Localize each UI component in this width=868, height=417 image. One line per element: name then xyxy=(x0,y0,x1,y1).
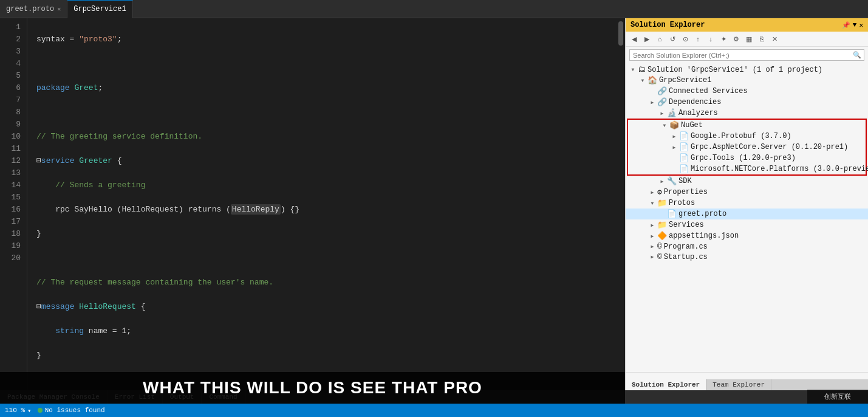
status-bar: 110 % ▾ No issues found xyxy=(0,404,868,417)
tree-item-greet-proto[interactable]: 📄 greet.proto xyxy=(626,208,868,219)
google-protobuf-arrow: ▶ xyxy=(669,134,679,139)
google-protobuf-label: Google.Protobuf (3.7.0) xyxy=(691,132,791,140)
tree-item-dependencies[interactable]: ▶ 🔗 Dependencies xyxy=(626,97,868,108)
protos-icon: 📁 xyxy=(657,198,667,208)
code-content[interactable]: syntax = "proto3"; package Greet; // The… xyxy=(27,18,617,390)
se-header-controls: 📌 ▼ ✕ xyxy=(842,21,863,29)
se-unpin-icon[interactable]: ▼ xyxy=(853,21,857,29)
tab-label: GrpcService1 xyxy=(73,5,126,13)
tree-item-analyzers[interactable]: ▶ 🔬 Analyzers xyxy=(626,108,868,119)
project-icon: 🏠 xyxy=(648,75,657,85)
grpc-aspnetcore-arrow: ▶ xyxy=(669,145,679,150)
tab-close-icon[interactable]: ✕ xyxy=(57,5,61,13)
protos-arrow: ▼ xyxy=(648,201,657,206)
editor-scrollbar[interactable] xyxy=(617,18,625,390)
tree-solution[interactable]: ▼ 🗂 Solution 'GrpcService1' (1 of 1 proj… xyxy=(626,64,868,75)
tree-item-startup-cs[interactable]: ▶ © Startup.cs xyxy=(626,252,868,262)
tree-project[interactable]: ▼ 🏠 GrpcService1 xyxy=(626,75,868,86)
connected-services-icon: 🔗 xyxy=(657,86,667,96)
se-pin-icon[interactable]: 📌 xyxy=(842,21,850,29)
search-icon: 🔍 xyxy=(850,50,864,60)
toolbar-btn-grid[interactable]: ▦ xyxy=(743,33,754,44)
status-zoom: 110 % ▾ xyxy=(5,407,32,415)
appsettings-arrow: ▶ xyxy=(648,233,657,239)
tree-item-protos[interactable]: ▼ 📁 Protos xyxy=(626,198,868,208)
dependencies-icon: 🔗 xyxy=(657,97,667,107)
search-input[interactable] xyxy=(630,50,850,60)
solution-explorer-panel: Solution Explorer 📌 ▼ ✕ ◀ ▶ ⌂ ↺ ⊙ ↑ ↓ ✦ … xyxy=(625,18,868,390)
dependencies-arrow: ▶ xyxy=(648,100,657,105)
tree-item-nuget[interactable]: ▼ 📦 NuGet xyxy=(628,120,866,131)
toolbar-btn-down[interactable]: ↓ xyxy=(705,33,716,44)
startup-cs-label: Startup.cs xyxy=(664,253,708,261)
toolbar-btn-back[interactable]: ◀ xyxy=(629,33,640,44)
services-label: Services xyxy=(669,221,704,229)
tree-item-grpc-aspnetcore[interactable]: ▶ 📄 Grpc.AspNetCore.Server (0.1.20-pre1) xyxy=(628,142,866,153)
no-issues-label: No issues found xyxy=(45,407,105,414)
green-dot-icon xyxy=(38,408,43,413)
tree-item-grpc-tools[interactable]: 📄 Grpc.Tools (1.20.0-pre3) xyxy=(628,153,866,164)
program-cs-label: Program.cs xyxy=(664,243,708,251)
toolbar-btn-up[interactable]: ↑ xyxy=(692,33,703,44)
scrollbar-thumb[interactable] xyxy=(618,21,623,46)
grpc-tools-icon: 📄 xyxy=(679,153,689,163)
code-line-3: package Greet; xyxy=(36,82,617,94)
nuget-label: NuGet xyxy=(681,121,703,129)
tree-item-properties[interactable]: ▶ ⚙ Properties xyxy=(626,187,868,198)
grpc-aspnetcore-icon: 📄 xyxy=(679,142,689,152)
protos-label: Protos xyxy=(669,199,695,207)
code-line-5: // The greeting service definition. xyxy=(36,131,617,143)
project-label: GrpcService1 xyxy=(659,76,711,84)
se-horizontal-scrollbar[interactable] xyxy=(626,372,868,379)
grpc-tools-label: Grpc.Tools (1.20.0-pre3) xyxy=(691,154,796,162)
toolbar-btn-copy[interactable]: ⎘ xyxy=(756,33,767,44)
toolbar-btn-settings2[interactable]: ⚙ xyxy=(731,33,742,44)
sdk-icon: 🔧 xyxy=(667,176,677,186)
properties-label: Properties xyxy=(664,188,708,196)
code-area[interactable]: 12345 678910 1112131415 1617181920 synta… xyxy=(0,18,617,390)
tree-item-microsoft-netcore[interactable]: 📄 Microsoft.NETCore.Platforms (3.0.0-pre… xyxy=(628,164,866,174)
appsettings-label: appsettings.json xyxy=(669,232,739,240)
microsoft-netcore-icon: 📄 xyxy=(679,164,689,174)
tree-item-services[interactable]: ▶ 📁 Services xyxy=(626,219,868,230)
se-tab-solution-explorer[interactable]: Solution Explorer xyxy=(626,379,706,390)
sdk-arrow: ▶ xyxy=(657,179,667,184)
nuget-arrow: ▼ xyxy=(660,123,669,128)
startup-cs-icon: © xyxy=(657,252,662,261)
solution-icon: 🗂 xyxy=(638,65,646,74)
subtitle-overlay: WHAT THIS WILL DO IS SEE THAT PRO xyxy=(0,372,625,404)
tree-item-appsettings[interactable]: ▶ 🔶 appsettings.json xyxy=(626,230,868,241)
toolbar-btn-refresh[interactable]: ↺ xyxy=(667,33,678,44)
tab-grpc-service[interactable]: GrpcService1 xyxy=(67,0,132,18)
code-line-10 xyxy=(36,252,617,264)
tab-greet-proto[interactable]: greet.proto ✕ xyxy=(0,0,67,18)
se-tab-team-explorer[interactable]: Team Explorer xyxy=(706,379,771,390)
solution-arrow: ▼ xyxy=(628,67,638,72)
se-search-box: 🔍 xyxy=(629,49,864,61)
main-area: 12345 678910 1112131415 1617181920 synta… xyxy=(0,18,868,390)
services-arrow: ▶ xyxy=(648,222,657,228)
properties-icon: ⚙ xyxy=(657,187,662,197)
toolbar-btn-settings1[interactable]: ⊙ xyxy=(680,33,691,44)
status-left: 110 % ▾ No issues found xyxy=(5,407,105,415)
toolbar-btn-home[interactable]: ⌂ xyxy=(654,33,665,44)
code-line-12: ⊟message HelloRequest { xyxy=(36,301,617,313)
se-header: Solution Explorer 📌 ▼ ✕ xyxy=(626,18,868,32)
nuget-icon: 📦 xyxy=(669,120,679,130)
se-tree: ▼ 🗂 Solution 'GrpcService1' (1 of 1 proj… xyxy=(626,63,868,372)
tree-item-connected-services[interactable]: 🔗 Connected Services xyxy=(626,86,868,97)
toolbar-btn-close[interactable]: ✕ xyxy=(769,33,780,44)
toolbar-btn-forward[interactable]: ▶ xyxy=(641,33,652,44)
services-icon: 📁 xyxy=(657,220,667,230)
zoom-dropdown-icon[interactable]: ▾ xyxy=(27,407,32,415)
tree-item-program-cs[interactable]: ▶ © Program.cs xyxy=(626,241,868,252)
code-line-14: } xyxy=(36,350,617,362)
toolbar-btn-star[interactable]: ✦ xyxy=(718,33,729,44)
tree-item-sdk[interactable]: ▶ 🔧 SDK xyxy=(626,176,868,187)
google-protobuf-icon: 📄 xyxy=(679,131,689,141)
se-toolbar: ◀ ▶ ⌂ ↺ ⊙ ↑ ↓ ✦ ⚙ ▦ ⎘ ✕ xyxy=(626,32,868,47)
se-close-icon[interactable]: ✕ xyxy=(859,21,863,29)
analyzers-arrow: ▶ xyxy=(657,111,667,116)
watermark-text: 创新互联 xyxy=(824,392,851,401)
tree-item-google-protobuf[interactable]: ▶ 📄 Google.Protobuf (3.7.0) xyxy=(628,131,866,142)
